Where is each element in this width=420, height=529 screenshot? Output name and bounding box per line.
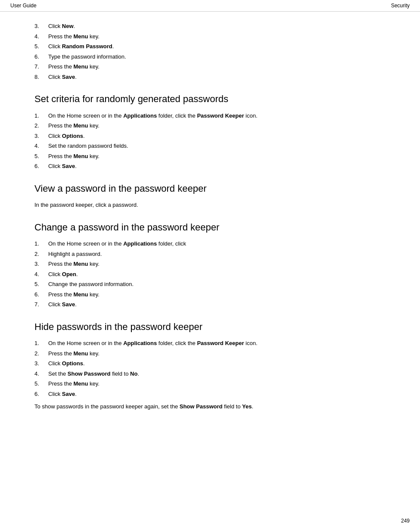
- step-number: 2.: [34, 349, 48, 358]
- step-text: On the Home screen or in the Application…: [48, 339, 386, 348]
- list-item: 4.Click Open.: [34, 270, 386, 279]
- step-number: 3.: [34, 359, 48, 368]
- step-number: 6.: [34, 390, 48, 398]
- step-number: 3.: [34, 132, 48, 140]
- step-text: Press the Menu key.: [48, 62, 386, 71]
- step-number: 8.: [34, 73, 48, 81]
- list-item: 2.Press the Menu key.: [34, 349, 386, 358]
- step-text: Press the Menu key.: [48, 152, 386, 161]
- step-text: Click Save.: [48, 300, 386, 309]
- page-footer: 249: [401, 518, 410, 524]
- list-item: 8.Click Save.: [34, 73, 386, 81]
- section-hide-passwords: Hide passwords in the password keeper1.O…: [34, 321, 386, 411]
- step-text: Press the Menu key.: [48, 380, 386, 388]
- footer-note: To show passwords in the password keeper…: [34, 402, 386, 411]
- step-number: 4.: [34, 142, 48, 150]
- list-item: 7.Press the Menu key.: [34, 62, 386, 71]
- step-text: Click Options.: [48, 359, 386, 368]
- list-item: 1.On the Home screen or in the Applicati…: [34, 112, 386, 120]
- header-right: Security: [391, 3, 410, 9]
- list-item: 3.Click New.: [34, 22, 386, 31]
- list-item: 2.Highlight a password.: [34, 250, 386, 258]
- step-number: 6.: [34, 290, 48, 299]
- step-text: Click Open.: [48, 270, 386, 279]
- step-text: Change the password information.: [48, 280, 386, 289]
- list-item: 3.Click Options.: [34, 132, 386, 140]
- step-text: Press the Menu key.: [48, 32, 386, 41]
- list-item: 5.Change the password information.: [34, 280, 386, 289]
- step-number: 7.: [34, 300, 48, 309]
- step-number: 4.: [34, 32, 48, 41]
- list-item: 4.Press the Menu key.: [34, 32, 386, 41]
- step-number: 6.: [34, 53, 48, 61]
- step-text: Click Save.: [48, 73, 386, 81]
- step-number: 7.: [34, 62, 48, 71]
- list-item: 6.Press the Menu key.: [34, 290, 386, 299]
- step-number: 3.: [34, 22, 48, 31]
- step-text: On the Home screen or in the Application…: [48, 240, 386, 248]
- step-text: On the Home screen or in the Application…: [48, 112, 386, 120]
- step-number: 5.: [34, 42, 48, 51]
- section-title: Change a password in the password keeper: [34, 221, 386, 234]
- numbered-list: 1.On the Home screen or in the Applicati…: [34, 240, 386, 309]
- section-title: Hide passwords in the password keeper: [34, 321, 386, 333]
- step-number: 1.: [34, 240, 48, 248]
- step-text: Click Options.: [48, 132, 386, 140]
- step-text: Click Random Password.: [48, 42, 386, 51]
- step-number: 5.: [34, 152, 48, 161]
- step-number: 6.: [34, 162, 48, 171]
- section-set-criteria: Set criteria for randomly generated pass…: [34, 93, 386, 171]
- list-item: 4.Set the random password fields.: [34, 142, 386, 150]
- step-number: 1.: [34, 339, 48, 348]
- intro-list: 3.Click New.4.Press the Menu key.5.Click…: [34, 22, 386, 81]
- step-number: 4.: [34, 270, 48, 279]
- list-item: 5.Press the Menu key.: [34, 152, 386, 161]
- list-item: 5.Click Random Password.: [34, 42, 386, 51]
- numbered-list: 1.On the Home screen or in the Applicati…: [34, 112, 386, 171]
- list-item: 3.Press the Menu key.: [34, 260, 386, 268]
- section-change-password: Change a password in the password keeper…: [34, 221, 386, 309]
- main-content: 3.Click New.4.Press the Menu key.5.Click…: [0, 12, 420, 440]
- step-text: Click New.: [48, 22, 386, 31]
- step-number: 2.: [34, 121, 48, 130]
- step-text: Press the Menu key.: [48, 349, 386, 358]
- list-item: 7.Click Save.: [34, 300, 386, 309]
- step-text: Press the Menu key.: [48, 121, 386, 130]
- step-number: 1.: [34, 112, 48, 120]
- step-text: Press the Menu key.: [48, 260, 386, 268]
- section-intro: In the password keeper, click a password…: [34, 201, 386, 209]
- step-number: 5.: [34, 280, 48, 289]
- step-text: Click Save.: [48, 162, 386, 171]
- section-title: Set criteria for randomly generated pass…: [34, 93, 386, 106]
- list-item: 6.Click Save.: [34, 390, 386, 398]
- step-number: 4.: [34, 370, 48, 378]
- page-header: User Guide Security: [0, 0, 420, 12]
- section-title: View a password in the password keeper: [34, 183, 386, 195]
- step-text: Set the Show Password field to No.: [48, 370, 386, 378]
- list-item: 6.Type the password information.: [34, 53, 386, 61]
- list-item: 4.Set the Show Password field to No.: [34, 370, 386, 378]
- list-item: 5.Press the Menu key.: [34, 380, 386, 388]
- step-text: Press the Menu key.: [48, 290, 386, 299]
- list-item: 6.Click Save.: [34, 162, 386, 171]
- step-text: Highlight a password.: [48, 250, 386, 258]
- step-text: Set the random password fields.: [48, 142, 386, 150]
- list-item: 1.On the Home screen or in the Applicati…: [34, 240, 386, 248]
- list-item: 1.On the Home screen or in the Applicati…: [34, 339, 386, 348]
- header-left: User Guide: [10, 3, 37, 9]
- step-text: Click Save.: [48, 390, 386, 398]
- step-number: 3.: [34, 260, 48, 268]
- step-number: 2.: [34, 250, 48, 258]
- numbered-list: 1.On the Home screen or in the Applicati…: [34, 339, 386, 398]
- list-item: 3.Click Options.: [34, 359, 386, 368]
- list-item: 2.Press the Menu key.: [34, 121, 386, 130]
- page-number: 249: [401, 518, 410, 524]
- section-view-password: View a password in the password keeperIn…: [34, 183, 386, 209]
- step-text: Type the password information.: [48, 53, 386, 61]
- step-number: 5.: [34, 380, 48, 388]
- sections-container: Set criteria for randomly generated pass…: [34, 93, 386, 411]
